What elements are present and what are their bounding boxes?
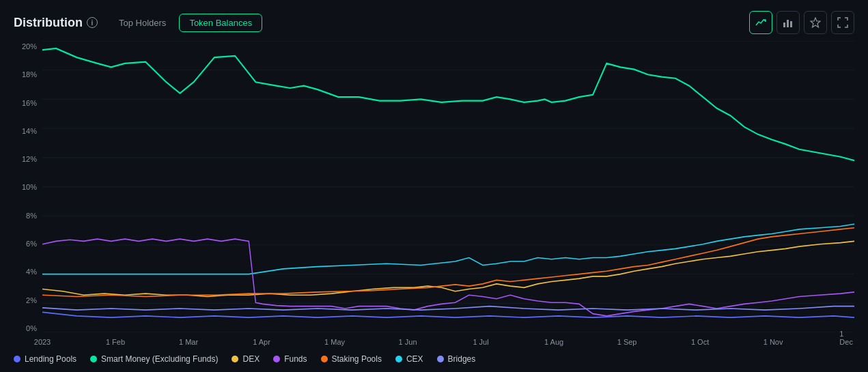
page-title: Distribution i (14, 16, 98, 30)
y-label-6: 6% (14, 240, 42, 248)
x-label-jul: 1 Jul (473, 338, 488, 346)
x-label-sep: 1 Sep (617, 338, 637, 346)
staking-pools-label: Staking Pools (332, 354, 382, 364)
y-label-0: 0% (14, 324, 42, 332)
x-label-2023: 2023 (34, 338, 51, 346)
header: Distribution i Top Holders Token Balance… (14, 11, 854, 34)
cex-dot (395, 356, 402, 362)
line-chart-icon (755, 17, 766, 28)
legend-smart-money: Smart Money (Excluding Funds) (90, 354, 218, 364)
info-icon[interactable]: i (87, 17, 98, 28)
cex-line (42, 224, 854, 274)
legend-lending-pools: Lending Pools (14, 354, 76, 364)
legend: Lending Pools Smart Money (Excluding Fun… (14, 347, 854, 364)
y-label-2: 2% (14, 296, 42, 304)
x-label-nov: 1 Nov (764, 338, 783, 346)
x-label-apr: 1 Apr (253, 338, 270, 346)
fullscreen-icon (837, 17, 848, 28)
lending-pools-dot (14, 356, 20, 362)
staking-pools-dot (321, 356, 328, 362)
x-label-oct: 1 Oct (691, 338, 709, 346)
svg-rect-2 (790, 21, 792, 27)
y-label-8: 8% (14, 212, 42, 220)
x-label-jun: 1 Jun (399, 338, 417, 346)
y-label-14: 14% (14, 127, 42, 135)
svg-rect-0 (783, 23, 785, 27)
lending-pools-line (42, 312, 854, 317)
y-label-20: 20% (14, 42, 42, 51)
tab-token-balances[interactable]: Token Balances (179, 14, 262, 32)
bridges-dot (437, 356, 444, 362)
lending-pools-label: Lending Pools (25, 354, 76, 364)
x-label-aug: 1 Aug (544, 338, 563, 346)
chart-area: 20% 18% 16% 14% 12% 10% 8% 6% 4% 2% 0% (14, 41, 854, 347)
bar-chart-icon (783, 17, 794, 28)
dex-label: DEX (242, 354, 260, 364)
tab-group: Top Holders Token Balances (109, 14, 262, 32)
bridges-label: Bridges (448, 354, 476, 364)
chart-inner: 2023 1 Feb 1 Mar 1 Apr 1 May 1 Jun 1 Jul… (42, 41, 854, 347)
legend-funds: Funds (273, 354, 307, 364)
funds-dot (273, 356, 280, 362)
legend-staking-pools: Staking Pools (321, 354, 382, 364)
header-right (749, 11, 854, 34)
y-label-18: 18% (14, 70, 42, 78)
funds-label: Funds (284, 354, 307, 364)
chart-svg (42, 41, 854, 332)
y-label-10: 10% (14, 183, 42, 191)
legend-cex: CEX (395, 354, 423, 364)
header-left: Distribution i Top Holders Token Balance… (14, 14, 262, 32)
legend-bridges: Bridges (437, 354, 476, 364)
funds-line (42, 239, 854, 316)
smart-money-label: Smart Money (Excluding Funds) (101, 354, 218, 364)
y-label-12: 12% (14, 155, 42, 163)
line-chart-button[interactable] (749, 11, 772, 34)
y-axis: 20% 18% 16% 14% 12% 10% 8% 6% 4% 2% 0% (14, 41, 42, 347)
star-icon (810, 17, 821, 28)
cex-label: CEX (406, 354, 423, 364)
x-label-mar: 1 Mar (179, 338, 198, 346)
x-label-dec: 1 Dec (839, 330, 853, 346)
bar-chart-button[interactable] (776, 11, 800, 34)
smart-money-line (42, 48, 854, 160)
legend-dex: DEX (232, 354, 260, 364)
svg-marker-3 (811, 18, 820, 27)
title-text: Distribution (14, 16, 83, 30)
dashboard-container: Distribution i Top Holders Token Balance… (0, 0, 868, 372)
dex-line (42, 241, 854, 296)
y-label-16: 16% (14, 99, 42, 107)
x-label-may: 1 May (324, 338, 345, 346)
dex-dot (232, 356, 238, 362)
x-axis: 2023 1 Feb 1 Mar 1 Apr 1 May 1 Jun 1 Jul… (42, 332, 854, 347)
bridges-line (42, 306, 854, 310)
smart-money-dot (90, 356, 97, 362)
tab-top-holders[interactable]: Top Holders (109, 14, 176, 32)
fullscreen-button[interactable] (831, 11, 854, 34)
x-label-feb: 1 Feb (106, 338, 125, 346)
svg-rect-1 (787, 20, 789, 27)
star-button[interactable] (804, 11, 827, 34)
y-label-4: 4% (14, 268, 42, 276)
